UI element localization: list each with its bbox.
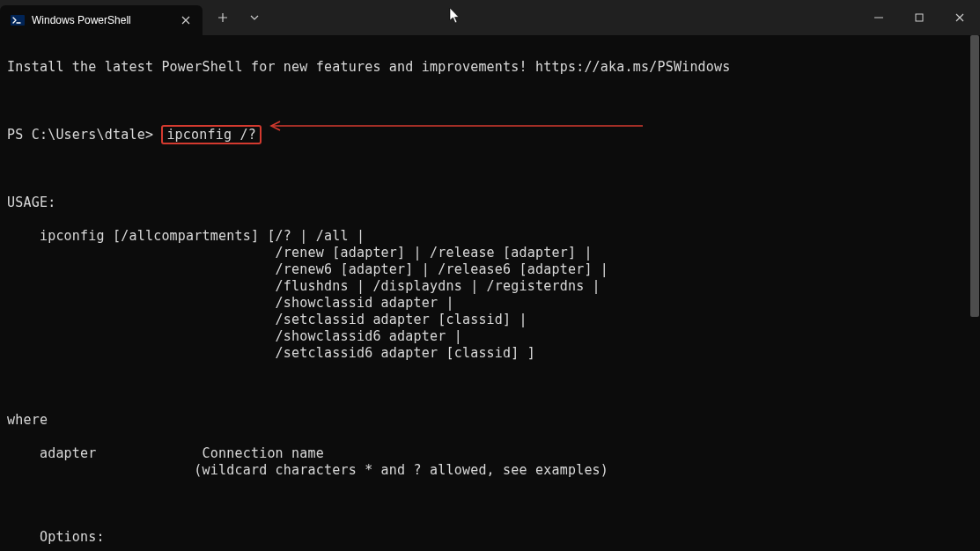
tab-close-button[interactable] [178,12,194,28]
titlebar-drag-region[interactable] [269,0,858,35]
close-window-button[interactable] [939,0,980,35]
usage-line: /setclassid6 adapter [classid] ] [7,345,973,362]
usage-line: ipconfig [/allcompartments] [/? | /all | [7,228,973,245]
usage-line: /renew [adapter] | /release [adapter] | [7,245,973,261]
tab-powershell[interactable]: Windows PowerShell [0,5,203,35]
window-controls [858,0,980,35]
powershell-icon [11,13,25,27]
usage-line: /setclassid adapter [classid] | [7,312,973,328]
maximize-button[interactable] [899,0,939,35]
titlebar: Windows PowerShell [0,0,980,35]
svg-rect-3 [916,14,923,21]
options-header: Options: [7,529,973,546]
svg-rect-0 [11,15,25,26]
usage-line: /showclassid adapter | [7,295,973,312]
usage-line: /flushdns | /displaydns | /registerdns | [7,278,973,295]
where-header: where [7,412,973,429]
blank-line [7,92,973,109]
where-line: (wildcard characters * and ? allowed, se… [7,462,973,479]
tab-dropdown-button[interactable] [239,4,269,31]
prompt-text: PS C:\Users\dtale> [7,127,161,143]
tabstrip-controls [203,0,269,35]
new-tab-button[interactable] [208,4,238,31]
usage-line: /renew6 [adapter] | /release6 [adapter] … [7,261,973,278]
where-line: adapter Connection name [7,445,973,462]
command-highlight: ipconfig /? [161,125,262,144]
scrollbar-track[interactable] [969,35,980,551]
tab-title: Windows PowerShell [32,14,171,26]
where-block: adapter Connection name (wildcard charac… [7,445,973,479]
minimize-button[interactable] [858,0,899,35]
blank-line [7,161,973,178]
banner-line: Install the latest PowerShell for new fe… [7,59,973,76]
blank-line [7,496,973,512]
command-text: ipconfig /? [166,127,256,143]
terminal-output[interactable]: Install the latest PowerShell for new fe… [0,35,980,551]
usage-line: /showclassid6 adapter | [7,328,973,345]
prompt-line: PS C:\Users\dtale> ipconfig /? [7,126,973,144]
usage-block: ipconfig [/allcompartments] [/? | /all |… [7,228,973,362]
usage-header: USAGE: [7,195,973,211]
blank-line [7,378,973,395]
scrollbar-thumb[interactable] [970,35,979,317]
